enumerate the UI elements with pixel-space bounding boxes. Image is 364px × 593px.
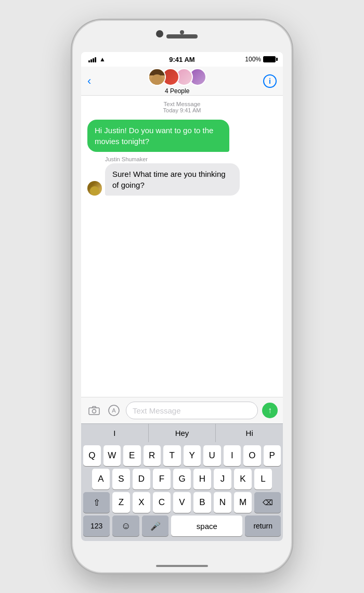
sent-bubble: Hi Justin! Do you want to go to the movi… bbox=[87, 120, 229, 152]
key-Q[interactable]: Q bbox=[83, 445, 101, 466]
signal-bar-2 bbox=[90, 59, 92, 62]
space-key[interactable]: space bbox=[171, 515, 242, 536]
signal-bar-4 bbox=[95, 57, 96, 62]
message-meta: Text Message Today 9:41 AM bbox=[87, 101, 277, 113]
received-bubble: Sure! What time are you thinking of goin… bbox=[105, 163, 240, 196]
home-indicator bbox=[156, 565, 208, 567]
delete-key[interactable]: ⌫ bbox=[254, 492, 281, 513]
signal-bar-3 bbox=[93, 58, 94, 62]
svg-text:A: A bbox=[112, 407, 116, 414]
predictive-option-2[interactable]: Hi bbox=[216, 424, 283, 442]
predictive-option-1[interactable]: Hey bbox=[149, 424, 216, 442]
key-H[interactable]: H bbox=[193, 469, 211, 489]
appstore-button[interactable]: A bbox=[106, 403, 122, 418]
message-sent-wrapper: Hi Justin! Do you want to go to the movi… bbox=[87, 120, 277, 152]
key-T[interactable]: T bbox=[163, 445, 181, 466]
key-K[interactable]: K bbox=[234, 469, 252, 489]
battery-icon bbox=[263, 56, 276, 62]
key-C[interactable]: C bbox=[153, 492, 171, 513]
send-button[interactable]: ↑ bbox=[262, 403, 278, 418]
status-right: 100% bbox=[245, 56, 276, 63]
group-name: 4 People bbox=[165, 87, 189, 95]
numbers-key[interactable]: 123 bbox=[83, 515, 110, 536]
signal-icon bbox=[88, 56, 96, 62]
text-input-placeholder: Text Message bbox=[133, 406, 181, 415]
key-O[interactable]: O bbox=[243, 445, 261, 466]
key-N[interactable]: N bbox=[214, 492, 231, 513]
key-I[interactable]: I bbox=[224, 445, 241, 466]
front-camera bbox=[156, 30, 163, 37]
emoji-key[interactable]: ☺ bbox=[112, 515, 139, 536]
keyboard: Q W E R T Y U I O P A S D F G H J K bbox=[81, 442, 283, 541]
group-avatars bbox=[148, 68, 206, 86]
return-key[interactable]: return bbox=[245, 515, 281, 536]
key-row-1: Q W E R T Y U I O P bbox=[83, 445, 281, 466]
key-F[interactable]: F bbox=[153, 469, 171, 489]
messages-area: Text Message Today 9:41 AM Hi Justin! Do… bbox=[81, 96, 283, 397]
sender-avatar bbox=[87, 181, 102, 196]
camera-button[interactable] bbox=[86, 403, 102, 418]
key-B[interactable]: B bbox=[193, 492, 211, 513]
key-Y[interactable]: Y bbox=[184, 445, 201, 466]
signal-bar-1 bbox=[88, 60, 90, 62]
meta-type-label: Text Message bbox=[87, 101, 277, 107]
key-U[interactable]: U bbox=[203, 445, 221, 466]
text-input-wrapper[interactable]: Text Message bbox=[126, 402, 258, 419]
battery-percent: 100% bbox=[245, 56, 261, 63]
info-button[interactable]: i bbox=[263, 74, 277, 88]
send-icon: ↑ bbox=[268, 406, 272, 415]
mic-key[interactable]: 🎤 bbox=[142, 515, 168, 536]
key-row-4: 123 ☺ 🎤 space return bbox=[83, 515, 281, 536]
predictive-bar: I Hey Hi bbox=[81, 423, 283, 442]
key-E[interactable]: E bbox=[123, 445, 141, 466]
avatar-1 bbox=[148, 68, 166, 86]
key-L[interactable]: L bbox=[254, 469, 272, 489]
status-left: ▲ bbox=[88, 56, 106, 63]
phone-frame: ▲ 9:41 AM 100% ‹ bbox=[73, 21, 291, 572]
input-row: A Text Message ↑ bbox=[86, 402, 278, 419]
key-X[interactable]: X bbox=[133, 492, 150, 513]
message-received-wrapper: Justin Shumaker Sure! What time are you … bbox=[87, 156, 277, 196]
key-J[interactable]: J bbox=[214, 469, 231, 489]
avatar-head-1 bbox=[151, 74, 163, 86]
input-area: A Text Message ↑ bbox=[81, 397, 283, 423]
key-P[interactable]: P bbox=[264, 445, 281, 466]
screen: ▲ 9:41 AM 100% ‹ bbox=[81, 52, 283, 541]
key-Z[interactable]: Z bbox=[112, 492, 130, 513]
status-bar: ▲ 9:41 AM 100% bbox=[81, 52, 283, 67]
key-row-3: ⇧ Z X C V B N M ⌫ bbox=[83, 492, 281, 513]
key-S[interactable]: S bbox=[112, 469, 130, 489]
wifi-icon: ▲ bbox=[99, 56, 106, 63]
key-G[interactable]: G bbox=[173, 469, 191, 489]
key-R[interactable]: R bbox=[144, 445, 161, 466]
key-row-2: A S D F G H J K L bbox=[83, 469, 281, 489]
speaker-grille bbox=[166, 34, 198, 38]
nav-bar: ‹ 4 People i bbox=[81, 67, 283, 96]
meta-timestamp: Today 9:41 AM bbox=[87, 107, 277, 113]
key-W[interactable]: W bbox=[103, 445, 121, 466]
key-V[interactable]: V bbox=[173, 492, 191, 513]
back-button[interactable]: ‹ bbox=[87, 75, 91, 87]
message-received-row: Sure! What time are you thinking of goin… bbox=[87, 163, 267, 196]
sender-name: Justin Shumaker bbox=[105, 156, 148, 162]
status-time: 9:41 AM bbox=[169, 56, 194, 63]
predictive-option-0[interactable]: I bbox=[81, 424, 149, 442]
key-D[interactable]: D bbox=[133, 469, 150, 489]
svg-point-1 bbox=[93, 409, 96, 413]
key-M[interactable]: M bbox=[234, 492, 252, 513]
message-sent-row: Hi Justin! Do you want to go to the movi… bbox=[87, 120, 277, 152]
info-icon: i bbox=[269, 77, 271, 85]
back-chevron-icon: ‹ bbox=[87, 75, 91, 87]
key-A[interactable]: A bbox=[92, 469, 110, 489]
nav-center: 4 People bbox=[148, 68, 206, 95]
svg-rect-0 bbox=[89, 408, 99, 415]
shift-key[interactable]: ⇧ bbox=[83, 492, 110, 513]
